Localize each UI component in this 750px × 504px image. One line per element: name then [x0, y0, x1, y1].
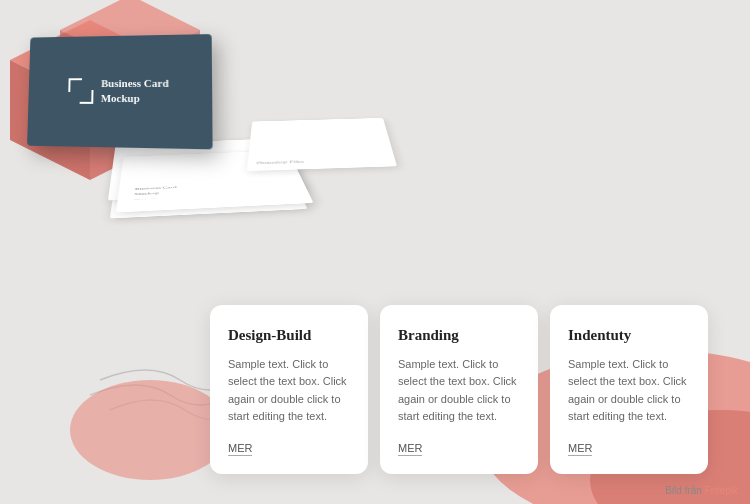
attribution-link[interactable]: Freepik: [705, 485, 738, 496]
info-card-2-link[interactable]: MER: [398, 442, 422, 456]
info-cards-row: Design-Build Sample text. Click to selec…: [210, 305, 708, 474]
card-stack-label-3: Business CardMockup— — —: [134, 185, 178, 202]
card-right: Photoshop Files: [247, 118, 397, 171]
info-card-3-body: Sample text. Click to select the text bo…: [568, 356, 690, 426]
mockup-area: Business Card Mockup Business CardMockup…: [0, 0, 420, 280]
info-card-1: Design-Build Sample text. Click to selec…: [210, 305, 368, 474]
info-card-2-title: Branding: [398, 327, 520, 344]
info-card-2: Branding Sample text. Click to select th…: [380, 305, 538, 474]
info-card-2-body: Sample text. Click to select the text bo…: [398, 356, 520, 426]
info-card-1-title: Design-Build: [228, 327, 350, 344]
attribution-prefix: Bild från: [665, 485, 702, 496]
card-dark-text: Business Card Mockup: [101, 75, 169, 106]
info-card-1-link[interactable]: MER: [228, 442, 252, 456]
card-right-text: Photoshop Files: [256, 159, 304, 166]
bracket-icon: [68, 78, 94, 104]
card-dark-content: Business Card Mockup: [68, 75, 169, 106]
info-card-3-link[interactable]: MER: [568, 442, 592, 456]
card-dark: Business Card Mockup: [27, 34, 213, 149]
info-card-1-body: Sample text. Click to select the text bo…: [228, 356, 350, 426]
attribution: Bild från Freepik: [665, 485, 738, 496]
info-card-3: Indentuty Sample text. Click to select t…: [550, 305, 708, 474]
info-card-3-title: Indentuty: [568, 327, 690, 344]
